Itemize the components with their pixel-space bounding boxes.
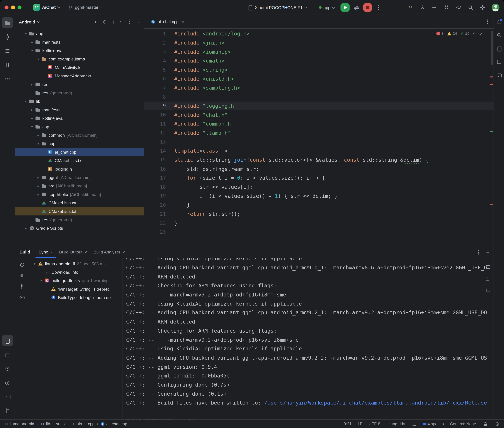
indicator-icon[interactable] (495, 421, 500, 426)
re-sync-icon[interactable] (19, 262, 25, 268)
line-number[interactable]: 23 (144, 229, 166, 235)
pull-requests-tool-button[interactable] (2, 59, 13, 70)
code-line[interactable]: 15static std::string join(const std::vec… (144, 155, 494, 165)
line-number[interactable]: 4 (144, 58, 166, 64)
tree-item-res[interactable]: ▸res (15, 80, 144, 88)
chevron-down-icon[interactable]: ▾ (29, 125, 35, 128)
line-number[interactable]: 12 (144, 130, 166, 136)
line-number[interactable]: 17 (144, 175, 166, 181)
encoding-widget[interactable]: UTF-8 (369, 421, 380, 426)
code-line[interactable]: 3#include <iomanip> (144, 47, 494, 56)
hide-panel-icon[interactable]: – (137, 19, 140, 24)
collapse-all-icon[interactable]: ↑ (120, 19, 122, 24)
project-view-title[interactable]: Android (19, 19, 35, 24)
line-number[interactable]: 8 (144, 94, 166, 100)
tree-item-messageadapter-kt[interactable]: MessageAdapter.kt (15, 72, 144, 80)
stop-sync-icon[interactable] (19, 273, 25, 279)
todo-list-icon[interactable] (431, 4, 437, 10)
previous-issue-icon[interactable] (473, 32, 476, 36)
line-number[interactable]: 22 (144, 220, 166, 226)
next-issue-icon[interactable] (478, 32, 482, 35)
chevron-down-icon[interactable]: ▾ (23, 32, 29, 35)
code-line[interactable]: 11#include "common.h" (144, 119, 494, 128)
panel-options-icon[interactable] (127, 19, 133, 25)
code-line[interactable]: 19 if (i < values.size() - 1) { str << d… (144, 191, 494, 201)
problems-tool-button[interactable] (2, 377, 13, 388)
chevron-right-icon[interactable]: ▸ (29, 108, 35, 112)
lock-icon[interactable] (483, 421, 488, 426)
tree-item-jvmtarget-string-is-deprec[interactable]: 'jvmTarget: String' is deprec (29, 285, 122, 293)
tree-item-kotlin-java[interactable]: ▾kotlin+java (15, 46, 144, 55)
build-tab-build-analyzer[interactable]: Build Analyzer× (90, 246, 128, 258)
editor-tab-ai-chat-cpp[interactable]: ai_chat.cpp × (148, 15, 188, 28)
line-number[interactable]: 1 (144, 31, 166, 37)
locate-file-icon[interactable] (102, 19, 107, 25)
code-line[interactable]: 8 (144, 92, 494, 101)
line-number[interactable]: 18 (144, 184, 166, 190)
line-number[interactable]: 6 (144, 76, 166, 82)
line-number[interactable]: 3 (144, 49, 166, 55)
notifications-icon[interactable] (496, 19, 502, 25)
breadcrumb-src[interactable]: src (56, 421, 61, 426)
code-line[interactable]: 16 std::ostringstream str; (144, 165, 494, 173)
device-selector[interactable]: Xiaomi POCOPHONE F1 (245, 3, 309, 12)
tree-item-buildtype-debug-is-both-de[interactable]: BuildType 'debug' is both de (29, 293, 122, 302)
soft-wrap-icon[interactable] (485, 264, 491, 270)
chevron-right-icon[interactable]: ▸ (29, 40, 35, 44)
chevron-right-icon[interactable]: ▸ (29, 82, 35, 86)
line-number[interactable]: 19 (144, 193, 166, 199)
line-number[interactable]: 16 (144, 166, 166, 172)
code-line[interactable]: 20 } (144, 201, 494, 210)
tree-item-res[interactable]: res(generated) (15, 215, 144, 224)
structure-tool-button[interactable] (2, 45, 13, 56)
run-button[interactable] (341, 3, 350, 12)
code-line[interactable]: 7#include <sampling.h> (144, 83, 494, 92)
error-stripe-mark[interactable] (490, 204, 493, 205)
code-line[interactable]: 6#include <unistd.h> (144, 74, 494, 83)
clear-console-icon[interactable] (485, 287, 491, 293)
chevron-down-icon[interactable] (37, 19, 40, 23)
terminal-tool-button[interactable] (2, 391, 13, 402)
breadcrumb-lib[interactable]: lib (40, 421, 50, 426)
chevron-right-icon[interactable]: ▸ (29, 116, 35, 120)
line-number[interactable]: 5 (144, 67, 166, 73)
user-avatar[interactable] (492, 3, 500, 11)
tree-item-cpp[interactable]: ▾cpp (15, 139, 144, 148)
tree-item-manifests[interactable]: ▸manifests (15, 106, 144, 114)
build-options-icon[interactable] (475, 249, 481, 255)
chevron-right-icon[interactable]: ▸ (35, 176, 41, 179)
chevron-down-icon[interactable]: ▾ (38, 279, 44, 282)
build-tool-button[interactable] (2, 335, 13, 346)
pin-icon[interactable] (19, 283, 25, 289)
more-run-options-icon[interactable] (376, 5, 382, 10)
code-line[interactable]: 12#include "llama.h" (144, 128, 494, 138)
gradle-icon[interactable] (496, 32, 502, 38)
line-number[interactable]: 7 (144, 85, 166, 91)
code-line[interactable]: 9#include "logging.h" (144, 101, 494, 110)
console-link[interactable]: /Users/hanyin/Workspace/ai-chat/examples… (264, 400, 487, 406)
line-number[interactable]: 20 (144, 202, 166, 208)
chevron-down-icon[interactable]: ▾ (35, 142, 41, 145)
line-number[interactable]: 11 (144, 121, 166, 127)
close-tab-icon[interactable]: × (123, 250, 125, 254)
tree-item-cmakelists-txt[interactable]: CMakeLists.txt (15, 156, 144, 165)
tree-item-cpp[interactable]: ▾cpp (15, 122, 144, 131)
code-line[interactable]: 17 for (size_t i = 0; i < values.size();… (144, 173, 494, 182)
tree-item-gradle-scripts[interactable]: ▸Gradle Scripts (15, 224, 144, 232)
tree-item-src[interactable]: ▸src[AiChat.lib.main] (15, 181, 144, 190)
tree-item-cmakelists-txt[interactable]: CMakeLists.txt (15, 198, 144, 207)
tree-item-mainactivity-kt[interactable]: MainActivity.kt (15, 63, 144, 72)
breadcrumb-main[interactable]: main (67, 421, 82, 426)
line-number[interactable]: 2 (144, 40, 166, 46)
code-line[interactable]: 4#include <cmath> (144, 56, 494, 66)
tree-item-res[interactable]: res(generated) (15, 89, 144, 97)
line-number[interactable]: 10 (144, 112, 166, 118)
line-ending-widget[interactable]: LF (358, 421, 363, 426)
hide-build-panel-icon[interactable]: – (487, 250, 489, 254)
share-link-icon[interactable] (455, 4, 461, 10)
editor-options-icon[interactable] (485, 19, 490, 25)
assistant-icon[interactable] (496, 72, 502, 78)
tree-item-ai-chat-cpp[interactable]: ai_chat.cpp (15, 148, 144, 156)
run-configuration-selector[interactable]: app (317, 4, 337, 11)
tree-item-manifests[interactable]: ▸manifests (15, 38, 144, 46)
